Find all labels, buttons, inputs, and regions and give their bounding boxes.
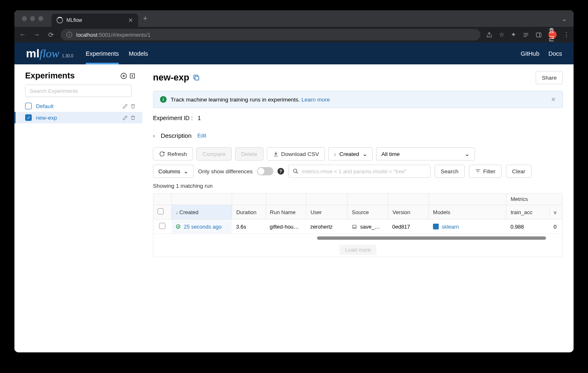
svg-rect-0 (536, 33, 541, 37)
chevron-down-icon: ⌄ (183, 168, 188, 175)
col-v[interactable]: v (550, 205, 562, 220)
search-experiments-input[interactable] (25, 85, 132, 97)
edit-icon[interactable] (122, 115, 128, 120)
browser-tab[interactable]: MLflow ✕ (52, 14, 138, 27)
refresh-button[interactable]: Refresh (153, 147, 193, 161)
col-user[interactable]: User (306, 205, 347, 220)
nav-link-github[interactable]: GitHub (521, 50, 539, 57)
chevron-down-icon: ⌄ (465, 151, 470, 157)
horizontal-scrollbar[interactable] (317, 236, 546, 240)
experiment-name[interactable]: Default (36, 103, 118, 109)
search-button[interactable]: Search (435, 165, 465, 178)
learn-more-link[interactable]: Learn more (301, 97, 330, 103)
page-title: new-exp (153, 72, 189, 83)
row-checkbox[interactable] (153, 220, 172, 234)
runs-table: Metrics ↓ Created Duration Run Name User… (153, 193, 563, 257)
svg-point-4 (294, 169, 297, 172)
delete-icon[interactable] (130, 104, 136, 109)
filter-icon (475, 168, 481, 174)
back-button[interactable]: ← (19, 31, 27, 38)
main: new-exp Share i Track machine learning t… (142, 64, 574, 352)
select-all-checkbox[interactable] (153, 205, 172, 220)
filter-button[interactable]: Filter (469, 165, 502, 178)
only-diff-toggle-group: Only show differences (198, 167, 273, 175)
run-search-input[interactable] (302, 168, 426, 175)
close-tab-icon[interactable]: ✕ (128, 17, 133, 24)
sidebar: Experiments D (14, 64, 142, 352)
clear-button[interactable]: Clear (506, 165, 532, 178)
chevron-right-icon[interactable]: › (153, 132, 155, 139)
tabs-menu-icon[interactable]: ⌄ (562, 15, 567, 23)
download-csv-button[interactable]: Download CSV (267, 147, 325, 161)
close-banner-icon[interactable]: ✕ (551, 96, 556, 103)
col-run-name[interactable]: Run Name (266, 205, 306, 220)
minimize-window-icon[interactable] (30, 16, 35, 21)
experiment-checkbox[interactable] (25, 103, 32, 109)
extensions-icon[interactable]: ✦ (511, 31, 516, 38)
experiment-id-row: Experiment ID 1 (153, 115, 563, 121)
edit-description-link[interactable]: Edit (198, 133, 207, 139)
kebab-menu-icon[interactable]: ⋮ (563, 31, 569, 38)
mlflow-app: mlflow 1.30.0 Experiments Models GitHub … (14, 42, 574, 352)
share-icon[interactable] (486, 32, 492, 38)
browser-tabbar: MLflow ✕ + ⌄ (14, 10, 574, 27)
col-version[interactable]: Version (388, 205, 428, 220)
experiment-item[interactable]: Default (14, 100, 142, 112)
only-diff-toggle[interactable] (257, 167, 273, 175)
chevron-down-icon: ⌄ (362, 151, 367, 157)
toolbar-primary: Refresh Compare Delete Download CSV ↓ Cr… (153, 147, 563, 161)
info-banner: i Track machine learning training runs i… (153, 91, 563, 108)
run-link[interactable]: 25 seconds ago (184, 224, 222, 230)
table-header-row: ↓ Created Duration Run Name User Source … (153, 205, 562, 220)
cell-source: save_m… (348, 220, 388, 234)
logo-ml: ml (26, 47, 40, 60)
col-created[interactable]: ↓ Created (172, 205, 232, 220)
site-info-icon[interactable]: i (66, 32, 72, 38)
col-train-acc[interactable]: train_acc (506, 205, 550, 220)
nav-link-docs[interactable]: Docs (548, 50, 562, 57)
table-row[interactable]: 25 seconds ago 3.6s gifted-hou… zerohert… (153, 220, 562, 234)
logo[interactable]: mlflow 1.30.0 (26, 47, 73, 60)
download-icon (273, 151, 279, 157)
col-models[interactable]: Models (429, 205, 506, 220)
result-count: Showing 1 matching run (153, 183, 563, 189)
sort-select[interactable]: ↓ Created ⌄ (328, 147, 373, 161)
collapse-sidebar-icon[interactable] (129, 73, 136, 79)
copy-icon[interactable] (193, 74, 200, 81)
delete-icon[interactable] (130, 115, 136, 120)
delete-button: Delete (235, 147, 263, 161)
search-icon (293, 168, 299, 174)
experiment-checkbox[interactable]: ✓ (25, 114, 32, 121)
col-source[interactable]: Source (348, 205, 388, 220)
description-row: › Description Edit (153, 132, 563, 139)
experiment-item[interactable]: ✓ new-exp (14, 112, 142, 123)
nav-tab-experiments[interactable]: Experiments (86, 42, 119, 64)
share-button[interactable]: Share (536, 71, 563, 84)
reload-button[interactable]: ⟳ (47, 31, 55, 39)
add-experiment-icon[interactable] (120, 72, 127, 80)
address-bar[interactable]: i localhost:5001/#/experiments/1 (61, 29, 480, 40)
sidebar-search (25, 85, 132, 97)
close-window-icon[interactable] (22, 16, 27, 21)
profile-avatar[interactable]: 효근 (548, 31, 557, 39)
cell-v: 0 (550, 220, 562, 234)
time-filter-select[interactable]: All time ⌄ (376, 147, 475, 161)
forward-button[interactable]: → (33, 31, 41, 38)
help-icon[interactable]: ? (278, 168, 284, 175)
maximize-window-icon[interactable] (38, 16, 43, 21)
reading-list-icon[interactable] (523, 32, 529, 38)
columns-select[interactable]: Columns ⌄ (153, 165, 194, 178)
new-tab-button[interactable]: + (143, 14, 148, 23)
edit-icon[interactable] (122, 104, 128, 109)
experiment-name[interactable]: new-exp (36, 115, 118, 121)
main-header: new-exp Share (153, 71, 563, 84)
col-duration[interactable]: Duration (232, 205, 266, 220)
nav-tabs: Experiments Models (86, 42, 148, 64)
bookmark-icon[interactable]: ☆ (499, 31, 504, 38)
experiment-list: Default ✓ new-exp (14, 100, 142, 123)
panel-icon[interactable] (536, 32, 542, 38)
window-controls (22, 16, 43, 21)
logo-version: 1.30.0 (62, 54, 73, 58)
nav-tab-models[interactable]: Models (129, 42, 148, 64)
model-link[interactable]: sklearn (442, 224, 459, 230)
